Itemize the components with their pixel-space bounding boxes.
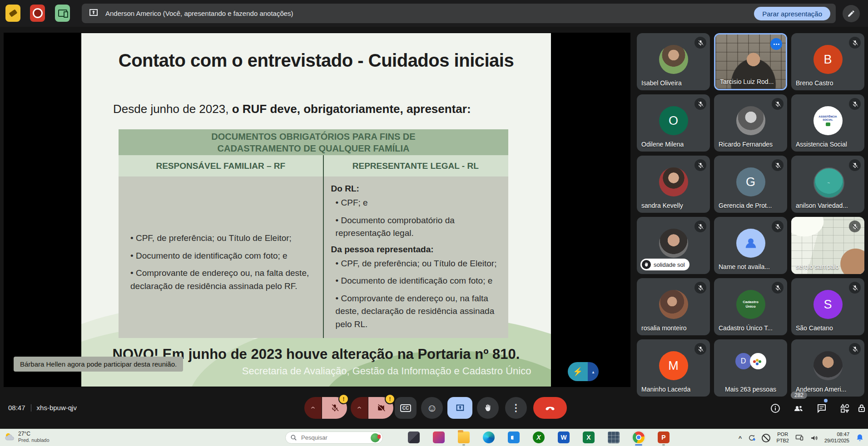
people-button[interactable] [793, 402, 804, 414]
present-screen-icon [88, 7, 99, 20]
participant-count-badge: 282 [791, 392, 807, 399]
person-icon [736, 229, 765, 258]
table-divider [323, 155, 324, 338]
taskbar-weather[interactable]: 27°C Pred. nublado [4, 431, 50, 443]
tray-lang-line1: POR [776, 431, 789, 438]
tray-expand-icon[interactable]: ^ [739, 435, 742, 441]
slide-intro-bold: o RUF deve, obrigatoriamente, apresentar… [232, 102, 471, 116]
dark-app-icon[interactable] [408, 431, 420, 443]
camera-button[interactable]: ! [351, 397, 393, 419]
lightning-icon: ⚡ [573, 367, 583, 377]
participant-tile[interactable]: solidade sol [637, 217, 710, 274]
excel-icon[interactable]: X [583, 431, 595, 443]
tray-language[interactable]: POR PTB2 [776, 431, 789, 444]
windows-taskbar: 27°C Pred. nublado XWXP ^ POR PTB2 08:47… [0, 429, 868, 446]
m365-app-icon[interactable] [433, 431, 445, 443]
participant-name: Breno Castro [796, 79, 833, 87]
mic-muted-icon [694, 221, 706, 232]
chrome-icon[interactable] [633, 431, 645, 443]
participant-tile[interactable]: sandra Kevelly [637, 156, 710, 213]
pen-icon [847, 10, 855, 18]
participant-name: Name not availa... [719, 263, 770, 270]
participant-tile[interactable]: OOdilene Milena [637, 94, 710, 152]
participant-tile[interactable]: sergio sampaio [791, 217, 864, 274]
avatar-initial: G [736, 167, 765, 196]
participant-tile[interactable]: ASSISTÊNCIASOCIALAssistencia Social [791, 94, 864, 152]
participant-tile[interactable]: Isabel Oliveira [637, 33, 710, 90]
mic-muted-icon [849, 282, 861, 294]
participant-name: São Caetano [796, 324, 833, 332]
people-icon [793, 403, 804, 414]
calculator-icon[interactable] [608, 431, 620, 443]
participant-tile[interactable]: Tarcisio Luiz Rod... [714, 33, 787, 90]
tile-more-menu-button[interactable] [770, 38, 782, 50]
participant-tile[interactable]: BBreno Castro [791, 33, 864, 90]
sync-icon[interactable] [748, 434, 756, 442]
mic-options-chevron[interactable] [304, 397, 322, 419]
do-not-disturb-icon[interactable] [762, 434, 770, 442]
meeting-code: xhs-bpuw-qjv [37, 404, 77, 412]
camera-options-chevron[interactable] [351, 397, 368, 419]
edge-browser-icon[interactable] [483, 431, 495, 443]
tray-datetime[interactable]: 08:47 29/01/2025 [824, 431, 849, 444]
participant-tile[interactable]: CadastroÚnicoCadastro Único T... [714, 278, 787, 335]
stop-presenting-button[interactable]: Parar apresentação [754, 7, 830, 20]
participant-name: Assistencia Social [796, 141, 847, 148]
col2-cell: Do RL: CPF; e Documento comprobatório da… [323, 176, 508, 338]
participant-tile[interactable]: Name not availa... [714, 217, 787, 274]
annotate-pen-button[interactable] [843, 5, 860, 22]
notification-bell-icon[interactable] [855, 433, 864, 442]
present-button[interactable] [447, 397, 472, 419]
taskbar-tray: ^ POR PTB2 08:47 29/01/2025 [739, 429, 864, 446]
tray-lang-line2: PTB2 [776, 438, 789, 444]
powerpoint-icon[interactable]: P [658, 431, 670, 443]
participant-name: Gerencia de Prot... [719, 202, 772, 209]
participant-tile[interactable]: Ricardo Fernandes [714, 94, 787, 152]
display-icon[interactable] [795, 433, 804, 442]
weather-temp: 27°C [18, 431, 50, 437]
volume-icon[interactable] [810, 434, 818, 442]
info-button[interactable] [769, 402, 781, 414]
participant-tile[interactable]: SSão Caetano [791, 278, 864, 335]
participant-tile[interactable]: ~anilson Variedad... [791, 156, 864, 213]
file-explorer-icon[interactable] [458, 431, 470, 443]
measure-widget-icon[interactable] [5, 5, 20, 22]
raise-hand-button[interactable] [477, 397, 499, 419]
chat-icon [816, 403, 827, 414]
mic-warning-badge: ! [338, 394, 349, 404]
search-festive-icon [371, 433, 380, 442]
col1-header: RESPONSÁVEL FAMILIAR – RF [119, 155, 323, 176]
avatar-initial: S [813, 290, 843, 319]
col2-item: CPF, de preferência; ou Título de Eleito… [336, 257, 502, 270]
mic-off-icon[interactable]: ! [322, 397, 347, 419]
avatar-photo [659, 167, 688, 196]
participant-name: Cadastro Único T... [719, 324, 773, 332]
mic-button[interactable]: ! [304, 397, 347, 419]
quick-actions-button[interactable]: ⚡ ▴ [568, 362, 599, 381]
avatar-logo: CadastroÚnico [736, 290, 765, 319]
taskbar-search[interactable] [285, 431, 383, 444]
avatar-group: D [735, 353, 766, 369]
participant-tile[interactable]: rosalia monteiro [637, 278, 710, 335]
captions-button[interactable]: CC [395, 397, 417, 419]
col1-item: Documento de identificação com foto; e [130, 250, 314, 263]
reactions-button[interactable]: ☺ [421, 397, 443, 419]
microsoft-store-icon[interactable] [508, 431, 520, 443]
camera-off-icon[interactable]: ! [368, 397, 393, 419]
chat-button[interactable] [816, 402, 828, 414]
devices-widget-icon[interactable] [55, 5, 70, 22]
more-options-button[interactable]: ⋮ [505, 397, 527, 419]
end-call-button[interactable] [533, 397, 567, 419]
participant-tile[interactable]: GGerencia de Prot... [714, 156, 787, 213]
host-controls-button[interactable] [856, 402, 868, 414]
col2-item: CPF; e [336, 196, 502, 210]
word-icon[interactable]: W [558, 431, 570, 443]
avatar-initial: M [659, 351, 688, 380]
avatar-photo [659, 45, 688, 74]
record-indicator-icon[interactable] [30, 5, 45, 22]
search-input[interactable] [300, 434, 367, 441]
slide-title: Contato com o entrevistado - Cuidados in… [81, 50, 551, 71]
avatar-photo [736, 106, 765, 135]
activities-button[interactable] [839, 402, 851, 414]
xbox-icon[interactable]: X [533, 431, 545, 443]
